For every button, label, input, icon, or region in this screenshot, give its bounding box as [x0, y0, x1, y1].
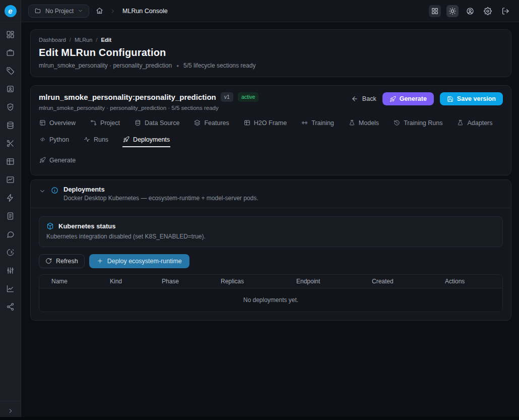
- tab-label: Deployments: [133, 136, 170, 143]
- logout-button[interactable]: [499, 5, 511, 17]
- sidebar-item-database[interactable]: [6, 121, 15, 130]
- tab-h2o-frame[interactable]: H2O Frame: [243, 118, 287, 131]
- version-actions: Back Generate Save version: [351, 92, 503, 105]
- tab-features[interactable]: Features: [193, 118, 229, 131]
- version-card-left: mlrun_smoke_personality:personality_pred…: [39, 92, 258, 111]
- kubernetes-icon: [46, 222, 54, 230]
- tab-overview[interactable]: Overview: [39, 118, 76, 131]
- document-lines-icon: [6, 212, 15, 220]
- topbar-actions: [429, 5, 511, 17]
- apps-grid-button[interactable]: [429, 5, 441, 17]
- tab-bar: OverviewProjectData SourceFeaturesH2O Fr…: [31, 112, 511, 170]
- app-logo[interactable]: e: [5, 5, 17, 17]
- sidebar-item-shield[interactable]: [6, 103, 15, 111]
- tab-label: Models: [359, 119, 379, 127]
- deployments-header-text: Deployments Docker Desktop Kubernetes — …: [63, 186, 258, 202]
- breadcrumb-dashboard[interactable]: Dashboard: [39, 37, 66, 43]
- settings-button[interactable]: [482, 5, 494, 17]
- tab-python[interactable]: Python: [39, 135, 70, 147]
- tab-data-source[interactable]: Data Source: [134, 118, 180, 131]
- briefcase-icon: [6, 48, 15, 57]
- contact-icon: [6, 85, 15, 93]
- deploy-button-label: Deploy ecosystem-runtime: [107, 258, 182, 265]
- tab-models[interactable]: Models: [348, 118, 379, 131]
- sidebar-item-chart-frame[interactable]: [6, 175, 15, 184]
- sidebar-item-zap[interactable]: [6, 194, 15, 202]
- tab-deployments[interactable]: Deployments: [122, 135, 170, 147]
- sidebar-item-table[interactable]: [6, 157, 15, 166]
- version-badge: v1: [221, 92, 233, 102]
- shield-check-icon: [6, 103, 15, 111]
- sidebar-item-briefcase[interactable]: [6, 48, 15, 57]
- column-header-created: Created: [372, 278, 445, 285]
- chat-icon: [6, 230, 15, 238]
- chevron-down-icon: [39, 188, 46, 195]
- topbar: No Project MLRun Console: [21, 0, 519, 22]
- tab-label: Training: [311, 119, 334, 127]
- back-button-label: Back: [362, 95, 376, 102]
- tab-generate[interactable]: Generate: [39, 155, 76, 168]
- tab-training[interactable]: Training: [301, 118, 335, 131]
- project-selector-label: No Project: [45, 8, 74, 15]
- sidebar-item-dashboard[interactable]: [6, 30, 15, 39]
- chevron-down-icon: [78, 8, 83, 14]
- scissors-icon: [6, 139, 15, 148]
- tab-label: Runs: [94, 136, 108, 143]
- sidebar-item-contact[interactable]: [6, 85, 15, 93]
- database-icon: [135, 119, 141, 126]
- sidebar-item-share[interactable]: [6, 303, 15, 311]
- content: Dashboard / MLRun / Edit Edit MLRun Conf…: [21, 22, 519, 420]
- tab-project[interactable]: Project: [90, 118, 120, 131]
- sidebar-item-chart-line[interactable]: [6, 284, 15, 293]
- project-selector[interactable]: No Project: [28, 5, 89, 18]
- tab-runs[interactable]: Runs: [83, 135, 109, 147]
- back-button[interactable]: Back: [351, 95, 376, 102]
- sidebar-item-sliders[interactable]: [6, 266, 15, 275]
- deployments-section-header[interactable]: Deployments Docker Desktop Kubernetes — …: [31, 180, 511, 208]
- sidebar-item-chat[interactable]: [6, 230, 15, 238]
- deployments-section-subtitle: Docker Desktop Kubernetes — ecosystem-ru…: [63, 195, 258, 202]
- version-title: mlrun_smoke_personality:personality_pred…: [39, 93, 216, 101]
- layers-icon: [194, 119, 201, 126]
- sidebar-item-scissors[interactable]: [6, 139, 15, 148]
- save-icon: [447, 96, 453, 102]
- tab-label: Generate: [49, 157, 76, 164]
- save-version-button[interactable]: Save version: [440, 92, 503, 105]
- deployments-table-header: NameKindPhaseReplicasEndpointCreatedActi…: [39, 275, 502, 288]
- kubernetes-status-box: Kubernetes status Kubernetes integration…: [39, 216, 503, 247]
- generate-button-label: Generate: [400, 95, 427, 102]
- plus-icon: [97, 258, 103, 264]
- sidebar-icon-list: [0, 22, 21, 401]
- flask-icon: [349, 119, 355, 126]
- page-title: Edit MLRun Configuration: [39, 47, 503, 58]
- tab-training-runs[interactable]: Training Runs: [393, 118, 443, 131]
- refresh-button[interactable]: Refresh: [39, 254, 85, 268]
- tab-label: Overview: [49, 119, 76, 127]
- rocket-icon: [123, 136, 129, 143]
- breadcrumb-mlrun[interactable]: MLRun: [75, 37, 92, 43]
- column-header-endpoint: Endpoint: [296, 278, 372, 285]
- account-button[interactable]: [464, 5, 476, 17]
- deploy-ecosystem-runtime-button[interactable]: Deploy ecosystem-runtime: [89, 254, 189, 268]
- deployments-section-title: Deployments: [63, 186, 258, 193]
- sidebar-item-tag[interactable]: [6, 67, 15, 75]
- page-subtitle-status: 5/5 lifecycle sections ready: [183, 62, 255, 69]
- sidebar-item-code[interactable]: [6, 248, 15, 257]
- layout-icon: [39, 119, 46, 126]
- code-circle-icon: [6, 248, 15, 257]
- logo-cell: e: [0, 0, 21, 22]
- tab-label: Project: [100, 119, 120, 127]
- theme-toggle-button[interactable]: [446, 5, 459, 17]
- page-subtitle: mlrun_smoke_personality · personality_pr…: [39, 62, 503, 69]
- home-button[interactable]: [96, 7, 103, 15]
- tab-adapters[interactable]: Adapters: [457, 118, 493, 131]
- flask-icon: [457, 119, 464, 126]
- sidebar-item-logs[interactable]: [6, 212, 15, 220]
- apps-grid-icon: [431, 7, 439, 15]
- tab-label: Python: [49, 136, 69, 143]
- dashboard-icon: [6, 30, 15, 39]
- logout-icon: [501, 7, 509, 15]
- tab-label: Training Runs: [404, 119, 442, 127]
- deployments-table: NameKindPhaseReplicasEndpointCreatedActi…: [39, 274, 503, 312]
- generate-button[interactable]: Generate: [382, 92, 434, 105]
